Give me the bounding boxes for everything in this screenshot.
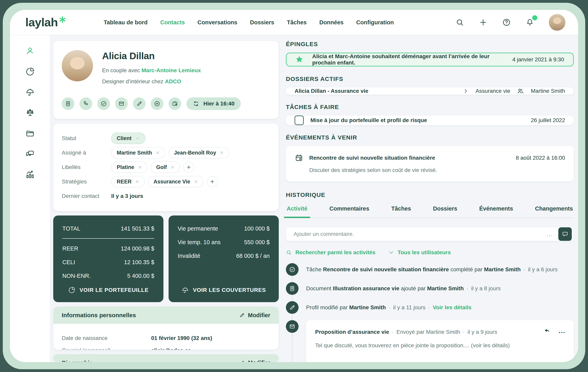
nav-configuration[interactable]: Configuration: [356, 19, 394, 26]
sidebar-stats-icon[interactable]: [25, 170, 35, 179]
check-circle-icon: [101, 101, 107, 107]
nav-contacts[interactable]: Contacts: [160, 19, 185, 26]
add-label-button[interactable]: [183, 162, 194, 173]
task-row[interactable]: Mise à jour du portefeuille et profil de…: [286, 116, 574, 125]
nav-dossiers[interactable]: Dossiers: [250, 19, 274, 26]
user-avatar[interactable]: [549, 14, 566, 31]
events-section-title: ÉVÉNEMENTS À VENIR: [286, 134, 574, 141]
contact-actions: Hier à 16:40: [62, 97, 270, 110]
comment-more-button[interactable]: ...: [547, 231, 553, 237]
add-icon[interactable]: [479, 18, 487, 27]
wallet-button[interactable]: [168, 97, 181, 110]
edit-biography-button[interactable]: Modifier: [239, 360, 270, 362]
check-circle-icon: [286, 263, 299, 276]
assignee-pill[interactable]: Martine Smith✕: [111, 147, 165, 159]
reply-icon[interactable]: [544, 328, 550, 334]
note-button[interactable]: [62, 97, 74, 110]
help-icon[interactable]: [502, 18, 511, 27]
pencil-icon: [239, 312, 245, 318]
view-portfolio-button[interactable]: VOIR LE PORTEFEUILLE: [68, 286, 148, 294]
pencil-icon: [239, 360, 245, 362]
event-card[interactable]: Rencontre de suivi nouvelle situation fi…: [286, 146, 574, 181]
comment-input[interactable]: [294, 231, 547, 237]
chevron-right-icon: [463, 88, 469, 94]
remove-icon[interactable]: ✕: [220, 150, 224, 156]
logo-asterisk-icon: [59, 16, 66, 23]
status-pill[interactable]: Client: [111, 133, 146, 144]
search-icon[interactable]: [455, 18, 464, 27]
view-details-link[interactable]: Voir les détails: [433, 304, 472, 310]
contact-column: Alicia Dillan En couple avec Marc-Antoin…: [53, 41, 279, 362]
strategy-name: Assurance Vie: [154, 179, 190, 185]
remove-icon[interactable]: ✕: [194, 179, 198, 185]
nav-donnees[interactable]: Données: [319, 19, 344, 26]
users-filter-dropdown[interactable]: Tous les utilisateurs: [388, 249, 451, 256]
label-pill[interactable]: Platine✕: [111, 161, 147, 173]
personal-info-card: Informations personnelles Modifier Date …: [53, 307, 279, 350]
tab-taches[interactable]: Tâches: [390, 205, 412, 217]
more-options-button[interactable]: ...: [559, 327, 566, 335]
biography-header: Biographie Modifier: [53, 354, 279, 362]
tab-dossiers[interactable]: Dossiers: [432, 205, 458, 217]
activity-item-email: ... Proposition d’assurance vie · Envoyé…: [286, 320, 574, 362]
sidebar-umbrella-icon[interactable]: [25, 87, 35, 97]
activity-text: Tâche Rencontre de suivi nouvelle situat…: [306, 266, 557, 273]
task-checkbox[interactable]: [294, 116, 304, 125]
view-coverages-button[interactable]: VOIR LES COUVERTURES: [181, 286, 266, 294]
remove-icon[interactable]: ✕: [156, 150, 160, 156]
nav-right: [455, 14, 566, 31]
mail-icon: [118, 101, 125, 107]
remove-icon[interactable]: ✕: [138, 164, 142, 170]
sidebar-folder-icon[interactable]: [25, 129, 35, 138]
search-activities-button[interactable]: Rechercher parmi les activités: [286, 249, 376, 256]
assigned-row: Assigné à Martine Smith✕ Jean-Benoît Roy…: [62, 147, 270, 159]
strategy-pill[interactable]: REER✕: [111, 176, 145, 187]
remove-icon[interactable]: ✕: [170, 164, 175, 170]
nav-conversations[interactable]: Conversations: [198, 19, 237, 26]
call-button[interactable]: [80, 97, 92, 110]
relation-link[interactable]: Marc-Antoine Lemieux: [141, 67, 201, 74]
activity-timeline: Tâche Rencontre de suivi nouvelle situat…: [286, 263, 574, 362]
chevron-down-icon: [135, 136, 140, 141]
email-button[interactable]: [115, 97, 128, 110]
label-pill[interactable]: Golf✕: [151, 161, 180, 173]
sidebar-scale-icon[interactable]: [25, 108, 35, 117]
wallet-icon: [172, 101, 178, 107]
send-comment-button[interactable]: [558, 227, 572, 241]
contact-details-card: Statut Client Assigné à Martine Smith✕: [53, 123, 279, 211]
sidebar-contact-icon[interactable]: [25, 46, 35, 56]
pencil-icon: [136, 101, 142, 107]
edit-button[interactable]: [133, 97, 146, 110]
nav-tableau-de-bord[interactable]: Tableau de bord: [104, 19, 147, 26]
notifications-button[interactable]: [525, 18, 534, 27]
last-contact-label: Dernier contact: [62, 193, 111, 199]
tasks-section-title: TÂCHES À FAIRE: [286, 104, 574, 110]
email-label: Courriel (personnel): [62, 347, 151, 350]
mail-icon: [286, 320, 299, 333]
active-file-row[interactable]: Alicia Dillan - Assurance vie Assurance …: [286, 87, 574, 95]
job-link[interactable]: ADCO: [165, 78, 181, 85]
tab-evenements[interactable]: Événements: [478, 205, 514, 217]
tab-changements[interactable]: Changements: [534, 205, 574, 217]
add-strategy-button[interactable]: [207, 176, 218, 187]
edit-personal-info-button[interactable]: Modifier: [239, 312, 270, 319]
assignee-pill[interactable]: Jean-Benoît Roy✕: [168, 147, 229, 159]
add-button[interactable]: [151, 97, 163, 110]
sidebar-chat-icon[interactable]: [25, 149, 35, 159]
sync-button[interactable]: Hier à 16:40: [186, 97, 241, 110]
tab-commentaires[interactable]: Commentaires: [329, 205, 370, 217]
financial-cards: TOTAL141 501.33 $ REER124 000.98 $ CELI1…: [53, 215, 279, 302]
total-value: 141 501.33 $: [121, 225, 154, 232]
main-nav: Tableau de bord Contacts Conversations D…: [104, 19, 394, 26]
contact-header-card: Alicia Dillan En couple avec Marc-Antoin…: [53, 41, 279, 119]
nav-taches[interactable]: Tâches: [287, 19, 307, 26]
app-logo[interactable]: laylah: [25, 16, 66, 28]
task-button[interactable]: [97, 97, 110, 110]
tab-activite[interactable]: Activité: [286, 205, 308, 217]
remove-icon[interactable]: ✕: [135, 179, 139, 185]
reer-value: 124 000.98 $: [121, 245, 154, 252]
pinned-note[interactable]: Alicia et Marc-Antoine souhaitent déména…: [286, 53, 574, 66]
sidebar-pie-chart-icon[interactable]: [25, 67, 35, 76]
document-icon: [286, 282, 299, 295]
strategy-pill[interactable]: Assurance Vie✕: [148, 176, 204, 187]
